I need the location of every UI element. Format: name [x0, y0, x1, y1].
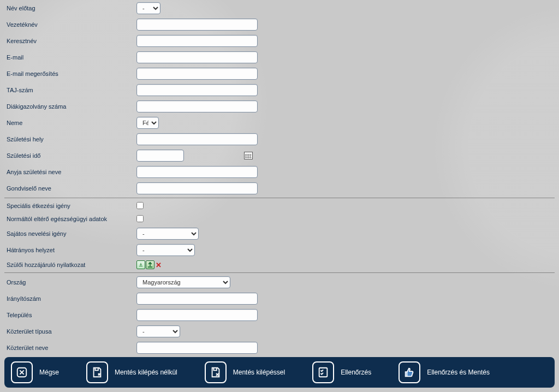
- disadvantage-select[interactable]: -: [136, 244, 195, 256]
- cancel-icon: [11, 361, 33, 383]
- check-button[interactable]: Ellenőrzés: [312, 361, 371, 383]
- svg-rect-1: [319, 368, 328, 377]
- calendar-icon[interactable]: [244, 152, 253, 159]
- birth-date-input[interactable]: [136, 150, 184, 162]
- label-birth-place: Születési hely: [4, 136, 136, 142]
- check-save-button[interactable]: Ellenőrzés és Mentés: [399, 361, 490, 383]
- label-mother-name: Anyja születési neve: [4, 169, 136, 175]
- label-birth-date: Születési idő: [4, 152, 136, 159]
- label-street-type: Közterület típusa: [4, 328, 136, 335]
- upload-icon[interactable]: [146, 260, 154, 269]
- label-first-name: Keresztnév: [4, 38, 136, 44]
- special-diet-checkbox[interactable]: [136, 202, 144, 209]
- name-prefix-select[interactable]: -: [136, 2, 160, 14]
- health-data-checkbox[interactable]: [136, 215, 144, 222]
- label-last-name: Vezetéknév: [4, 21, 136, 28]
- label-special-education: Sajátos nevelési igény: [4, 230, 136, 237]
- label-parental-consent: Szülői hozzájáruló nyilatkozat: [4, 262, 136, 268]
- last-name-input[interactable]: [136, 19, 258, 31]
- street-name-input[interactable]: [136, 342, 258, 354]
- section-divider-1: [4, 198, 555, 198]
- save-noexit-label: Mentés kilépés nélkül: [115, 369, 177, 376]
- section-divider-2: [4, 272, 555, 273]
- label-street-name: Közterület neve: [4, 345, 136, 351]
- label-postal-code: Irányítószám: [4, 295, 136, 302]
- student-card-input[interactable]: [136, 100, 258, 112]
- label-health-data: Normáltól eltérő egészségügyi adatok: [4, 216, 136, 222]
- label-taj: TAJ-szám: [4, 87, 136, 93]
- label-name-prefix: Név előtag: [4, 5, 136, 11]
- email-confirm-input[interactable]: [136, 68, 258, 80]
- country-select[interactable]: Magyarország: [136, 276, 230, 288]
- save-noexit-button[interactable]: Mentés kilépés nélkül: [86, 361, 177, 383]
- special-education-select[interactable]: -: [136, 228, 199, 240]
- check-label: Ellenőrzés: [341, 369, 371, 376]
- save-exit-icon: [205, 361, 227, 383]
- email-input[interactable]: [136, 51, 258, 63]
- label-special-diet: Speciális étkezési igény: [4, 203, 136, 209]
- delete-icon[interactable]: ✕: [155, 261, 162, 269]
- cancel-label: Mégse: [39, 369, 59, 376]
- thumbs-up-icon: [399, 361, 420, 383]
- label-gender: Neme: [4, 120, 136, 126]
- postal-code-input[interactable]: [136, 293, 258, 305]
- taj-input[interactable]: [136, 84, 258, 96]
- guardian-name-input[interactable]: [136, 182, 258, 194]
- birth-place-input[interactable]: [136, 133, 258, 145]
- city-input[interactable]: [136, 309, 258, 321]
- save-exit-label: Mentés kilépéssel: [233, 369, 285, 376]
- mother-name-input[interactable]: [136, 166, 258, 178]
- label-city: Település: [4, 312, 136, 318]
- gender-select[interactable]: Férfi: [136, 117, 159, 129]
- checklist-icon: [312, 361, 334, 383]
- label-guardian-name: Gondviselő neve: [4, 185, 136, 192]
- label-country: Ország: [4, 279, 136, 286]
- label-email-confirm: E-mail megerősítés: [4, 70, 136, 77]
- first-name-input[interactable]: [136, 35, 258, 47]
- form-area: Név előtag - Vezetéknév Keresztnév E-mai…: [0, 0, 559, 352]
- save-exit-button[interactable]: Mentés kilépéssel: [205, 361, 285, 383]
- cancel-button[interactable]: Mégse: [11, 361, 59, 383]
- footer-bar: Mégse Mentés kilépés nélkül Mentés kilép…: [4, 357, 555, 388]
- street-type-select[interactable]: -: [136, 325, 180, 337]
- label-disadvantage: Hátrányos helyzet: [4, 247, 136, 253]
- label-student-card: Diákigazolvány száma: [4, 103, 136, 110]
- label-email: E-mail: [4, 54, 136, 61]
- check-save-label: Ellenőrzés és Mentés: [427, 369, 490, 376]
- save-edit-icon: [86, 361, 108, 383]
- download-icon[interactable]: [136, 260, 145, 269]
